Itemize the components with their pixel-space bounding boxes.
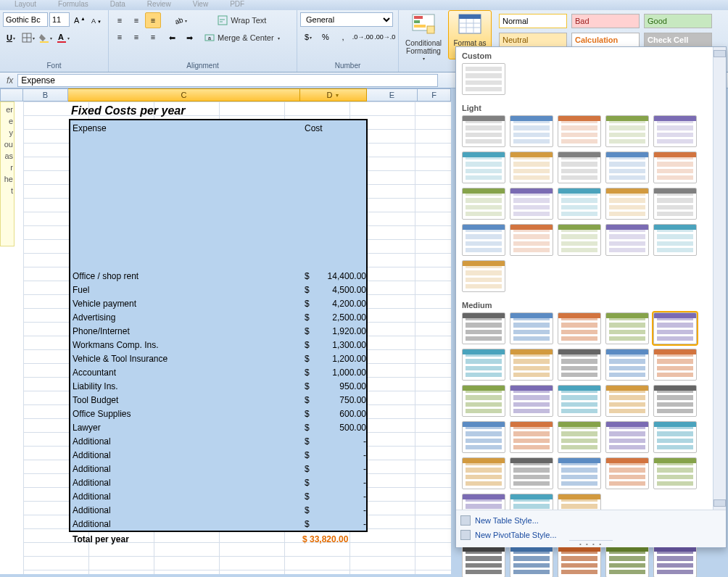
merge-center-button[interactable]: a Merge & Center▾ (200, 30, 284, 46)
align-left-icon[interactable]: ≡ (112, 29, 128, 45)
table-style-swatch[interactable] (653, 188, 697, 220)
table-style-swatch[interactable] (510, 312, 553, 344)
style-bad[interactable]: Bad (571, 14, 640, 28)
tab-data[interactable]: Data (110, 0, 125, 8)
formula-input[interactable] (17, 74, 438, 87)
ribbon-tabstrip[interactable]: Layout Formulas Data Review View PDF (0, 0, 728, 10)
style-calculation[interactable]: Calculation (571, 33, 640, 47)
col-header-b[interactable]: B (23, 88, 68, 101)
cell-styles-gallery[interactable]: Normal Bad Good Neutral Calculation Chec… (495, 10, 719, 47)
table-style-swatch[interactable] (605, 151, 649, 183)
table-style-swatch[interactable] (605, 115, 649, 147)
tab-view[interactable]: View (193, 0, 209, 8)
fx-icon[interactable]: fx (7, 75, 13, 86)
col-header-d[interactable]: D (300, 88, 367, 101)
wrap-text-button[interactable]: Wrap Text (200, 12, 284, 28)
table-style-swatch[interactable] (605, 349, 649, 381)
table-style-swatch[interactable] (558, 385, 601, 417)
table-style-swatch[interactable] (462, 546, 505, 577)
percent-format-icon[interactable]: % (318, 29, 334, 45)
align-center-icon[interactable]: ≡ (128, 29, 144, 45)
table-style-swatch[interactable] (605, 188, 649, 220)
table-style-swatch[interactable] (510, 151, 553, 183)
table-style-swatch[interactable] (558, 224, 601, 256)
fill-color-button[interactable]: ▾ (38, 30, 54, 46)
decrease-decimal-icon[interactable]: .00→.0 (375, 29, 396, 45)
orientation-icon[interactable]: ab▾ (164, 12, 197, 28)
tab-review[interactable]: Review (147, 0, 171, 8)
table-style-swatch[interactable] (462, 421, 505, 453)
table-style-swatch[interactable] (558, 188, 601, 220)
tab-formulas[interactable]: Formulas (58, 0, 88, 8)
table-style-swatch[interactable] (605, 457, 649, 489)
table-style-swatch[interactable] (462, 385, 505, 417)
table-style-swatch[interactable] (605, 421, 649, 453)
table-style-swatch[interactable] (653, 312, 697, 344)
table-style-swatch[interactable] (653, 115, 697, 147)
col-header-e[interactable]: E (367, 88, 418, 101)
conditional-formatting-button[interactable]: Conditional Formatting▾ (402, 10, 445, 59)
table-style-swatch[interactable] (653, 349, 697, 381)
table-style-swatch[interactable] (462, 457, 505, 489)
select-all-corner[interactable] (0, 88, 23, 101)
decrease-font-icon[interactable]: A▼ (88, 12, 104, 28)
table-style-swatch[interactable] (605, 385, 649, 417)
table-style-swatch[interactable] (653, 457, 697, 489)
font-name-combo[interactable] (3, 12, 48, 27)
style-neutral[interactable]: Neutral (499, 33, 567, 47)
tab-pdf[interactable]: PDF (230, 0, 244, 8)
spreadsheet-grid[interactable]: B C D E F ereyouasrhet Fixed Costs per y… (0, 88, 451, 574)
table-style-swatch[interactable] (462, 115, 505, 147)
table-style-swatch[interactable] (605, 546, 649, 577)
align-top-icon[interactable]: ≡ (112, 12, 128, 28)
table-style-swatch[interactable] (558, 349, 601, 381)
increase-indent-icon[interactable]: ➡ (181, 30, 197, 46)
table-style-swatch[interactable] (558, 546, 601, 577)
table-style-swatch[interactable] (653, 421, 697, 453)
table-style-swatch[interactable] (653, 546, 697, 577)
col-header-f[interactable]: F (418, 88, 451, 101)
table-style-swatch[interactable] (605, 224, 649, 256)
table-style-swatch[interactable] (462, 63, 505, 95)
underline-button[interactable]: U▾ (3, 30, 19, 46)
table-style-swatch[interactable] (510, 224, 553, 256)
accounting-format-icon[interactable]: $▾ (300, 29, 316, 45)
style-normal[interactable]: Normal (499, 14, 567, 28)
table-style-swatch[interactable] (558, 421, 601, 453)
table-style-swatch[interactable] (558, 457, 601, 489)
table-style-swatch[interactable] (510, 457, 553, 489)
table-style-swatch[interactable] (462, 349, 505, 381)
tab-layout[interactable]: Layout (15, 0, 36, 8)
table-style-swatch[interactable] (510, 188, 553, 220)
font-size-combo[interactable] (49, 12, 70, 27)
collapse-handle[interactable]: • • • • (569, 540, 613, 547)
table-style-swatch[interactable] (653, 224, 697, 256)
decrease-indent-icon[interactable]: ⬅ (164, 30, 180, 46)
table-style-swatch[interactable] (462, 151, 505, 183)
increase-font-icon[interactable]: A▲ (71, 12, 87, 28)
table-style-swatch[interactable] (510, 421, 553, 453)
table-style-swatch[interactable] (462, 260, 505, 292)
table-style-swatch[interactable] (510, 546, 553, 577)
table-style-swatch[interactable] (510, 385, 553, 417)
number-format-combo[interactable]: General (300, 12, 393, 27)
new-table-style[interactable]: New Table Style... (460, 513, 721, 528)
increase-decimal-icon[interactable]: .0→.00 (352, 29, 373, 45)
align-middle-icon[interactable]: ≡ (128, 12, 144, 28)
table-style-swatch[interactable] (462, 224, 505, 256)
align-right-icon[interactable]: ≡ (145, 29, 161, 45)
table-style-swatch[interactable] (462, 188, 505, 220)
comma-format-icon[interactable]: , (335, 29, 351, 45)
table-style-swatch[interactable] (558, 151, 601, 183)
borders-button[interactable]: ▾ (20, 30, 36, 46)
style-check-cell[interactable]: Check Cell (644, 33, 712, 47)
table-style-swatch[interactable] (653, 151, 697, 183)
table-style-swatch[interactable] (558, 115, 601, 147)
table-style-swatch[interactable] (605, 312, 649, 344)
table-style-swatch[interactable] (462, 312, 505, 344)
table-style-swatch[interactable] (510, 349, 553, 381)
table-style-swatch[interactable] (558, 312, 601, 344)
style-good[interactable]: Good (644, 14, 712, 28)
font-color-button[interactable]: A▾ (55, 30, 71, 46)
table-style-swatch[interactable] (510, 115, 553, 147)
